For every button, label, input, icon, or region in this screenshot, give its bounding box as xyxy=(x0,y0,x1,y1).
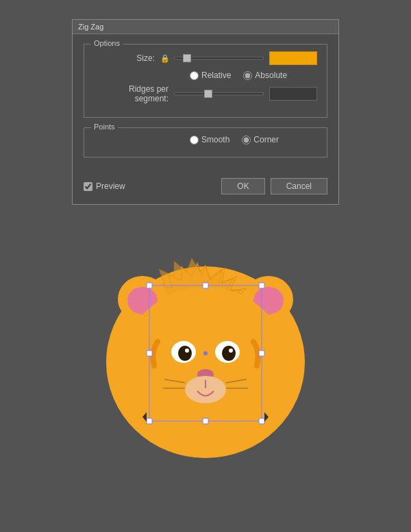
options-label: Options xyxy=(91,39,123,47)
absolute-radio[interactable] xyxy=(243,71,252,80)
corner-radio[interactable] xyxy=(242,136,251,144)
canvas-inner xyxy=(75,218,336,479)
svg-rect-27 xyxy=(259,351,264,356)
smooth-radio[interactable] xyxy=(190,136,199,144)
size-slider-container: 🔒 xyxy=(160,54,264,63)
svg-rect-25 xyxy=(203,418,208,424)
tiger-illustration xyxy=(75,218,336,479)
absolute-label[interactable]: Absolute xyxy=(243,71,287,80)
size-input[interactable]: 0.1 in xyxy=(269,51,317,65)
points-group: Points Smooth Corner xyxy=(84,127,327,157)
svg-rect-22 xyxy=(147,418,152,424)
svg-point-8 xyxy=(178,346,192,361)
dialog-titlebar: Zig Zag xyxy=(73,20,338,34)
cancel-button[interactable]: Cancel xyxy=(271,178,327,194)
preview-checkbox[interactable] xyxy=(84,182,92,191)
size-label: Size: xyxy=(94,53,160,63)
zigzag-dialog: Zig Zag Options Size: 🔒 0.1 in xyxy=(72,19,339,205)
svg-rect-23 xyxy=(259,418,264,424)
svg-point-11 xyxy=(229,349,233,353)
svg-point-10 xyxy=(185,349,189,353)
ridges-slider-container xyxy=(174,92,264,95)
svg-rect-24 xyxy=(203,283,208,288)
ok-button[interactable]: OK xyxy=(221,178,264,194)
points-label: Points xyxy=(91,123,118,131)
svg-rect-26 xyxy=(147,351,152,356)
corner-label[interactable]: Corner xyxy=(242,135,279,144)
preview-label: Preview xyxy=(96,181,125,191)
relative-label[interactable]: Relative xyxy=(190,71,231,80)
dialog-body: Options Size: 🔒 0.1 in Relative xyxy=(73,34,338,178)
smooth-label[interactable]: Smooth xyxy=(190,135,229,144)
svg-rect-21 xyxy=(259,283,264,288)
size-row: Size: 🔒 0.1 in xyxy=(94,51,317,65)
size-slider[interactable] xyxy=(174,57,264,60)
dialog-title: Zig Zag xyxy=(78,23,103,31)
dialog-wrapper: Zig Zag Options Size: 🔒 0.1 in xyxy=(0,0,411,205)
ridges-label: Ridges per segment: xyxy=(94,84,174,103)
options-group: Options Size: 🔒 0.1 in Relative xyxy=(84,44,327,118)
points-radio-row: Smooth Corner xyxy=(94,135,317,144)
preview-checkbox-label[interactable]: Preview xyxy=(84,181,216,191)
ridges-slider[interactable] xyxy=(174,92,264,95)
svg-point-28 xyxy=(203,351,208,355)
svg-rect-20 xyxy=(147,283,152,288)
relative-absolute-row: Relative Absolute xyxy=(94,71,317,80)
canvas-area xyxy=(0,205,411,479)
svg-point-9 xyxy=(222,346,236,361)
relative-radio[interactable] xyxy=(190,71,199,80)
ridges-row: Ridges per segment: 11 xyxy=(94,84,317,103)
lock-icon: 🔒 xyxy=(160,54,170,63)
ridges-input[interactable]: 11 xyxy=(269,87,317,101)
dialog-footer: Preview OK Cancel xyxy=(73,178,338,204)
